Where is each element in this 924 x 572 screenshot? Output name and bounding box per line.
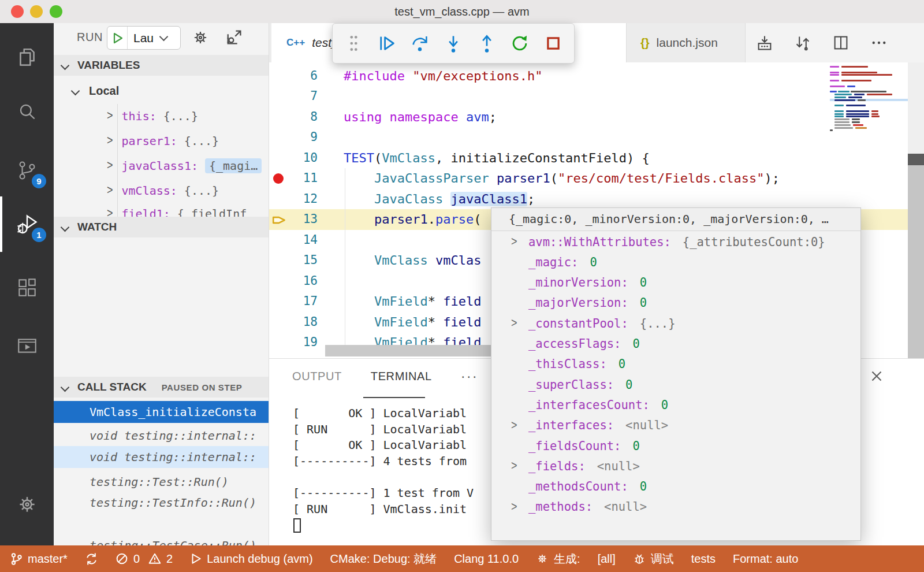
sidebar-item-search[interactable]: [0, 87, 54, 138]
cmake-debug-item[interactable]: 调试: [633, 551, 674, 567]
vscode-window: test_vm_class.cpp — avm 9: [0, 0, 924, 572]
minimap-segment: [834, 124, 851, 126]
popup-variable-name: _fields:: [528, 459, 586, 473]
variables-section-header[interactable]: VARIABLES: [54, 55, 269, 76]
popup-variable-row[interactable]: _fieldsCount:0: [491, 436, 860, 456]
popup-variable-row[interactable]: _superClass:0: [491, 374, 860, 395]
popup-variable-row[interactable]: _accessFlags:0: [491, 334, 860, 354]
sync-changes-item[interactable]: [85, 552, 98, 566]
launch-config-name[interactable]: Lau: [133, 31, 154, 45]
continue-button[interactable]: [375, 31, 398, 56]
popup-variable-row[interactable]: _majorVersion:0: [491, 293, 860, 313]
code-line[interactable]: VmField* field: [344, 291, 481, 312]
start-debug-button[interactable]: [107, 27, 128, 49]
format-item[interactable]: Format: auto: [733, 552, 798, 566]
run-below-button[interactable]: [755, 33, 774, 53]
tests-item[interactable]: tests: [691, 552, 716, 566]
sidebar-item-test-panel[interactable]: [0, 320, 54, 371]
variable-row[interactable]: >javaClass1:{_magi…: [54, 155, 269, 176]
horizontal-scrollbar-handle[interactable]: [325, 345, 493, 356]
popup-variable-row[interactable]: >_fields:<null>: [491, 456, 860, 476]
code-line[interactable]: VmClass vmClas: [344, 250, 481, 271]
popup-variable-row[interactable]: >_interfaces:<null>: [491, 415, 860, 436]
sidebar-item-run-debug[interactable]: 1: [0, 199, 54, 250]
code-line[interactable]: parser1.parse(: [344, 209, 481, 230]
launch-debug-item[interactable]: Launch debug (avm): [190, 552, 312, 566]
stack-frame[interactable]: VmClass_initializeConsta: [54, 401, 269, 423]
popup-variable-row[interactable]: _interfacesCount:0: [491, 395, 860, 415]
compare-changes-button[interactable]: [793, 33, 813, 53]
code-line[interactable]: VmField* field: [344, 312, 481, 333]
step-over-button[interactable]: [408, 31, 431, 56]
tab-launch-json[interactable]: {} launch.json: [627, 23, 746, 62]
play-icon: [190, 552, 202, 565]
launch-config-control[interactable]: Lau: [107, 26, 181, 50]
watch-section-header[interactable]: WATCH: [54, 217, 269, 237]
step-out-icon: [478, 34, 496, 53]
stack-frame[interactable]: testing::Test::Run(): [54, 471, 269, 493]
manage-button[interactable]: [0, 479, 54, 530]
popup-variable-row[interactable]: _minorVersion:0: [491, 273, 860, 293]
chevron-right-icon: >: [107, 158, 113, 173]
popup-variable-row[interactable]: _magic:0: [491, 252, 860, 272]
problems-item[interactable]: 0 2: [116, 552, 173, 566]
vertical-scrollbar-handle[interactable]: [908, 165, 924, 358]
code-line[interactable]: #include "vm/exceptions.h": [344, 66, 542, 87]
code-token: field: [443, 294, 481, 309]
cmake-status-item[interactable]: CMake: Debug: 就绪: [330, 551, 437, 567]
restart-button[interactable]: [508, 31, 531, 56]
git-branch-item[interactable]: master*: [10, 552, 68, 566]
minimap-segment: [851, 91, 886, 92]
compiler-item[interactable]: Clang 11.0.0: [454, 552, 519, 566]
popup-variable-row[interactable]: _thisClass:0: [491, 354, 860, 374]
code-line[interactable]: JavaClassParser parser1("res/com/test/Fi…: [344, 168, 780, 189]
maximize-window-button[interactable]: [50, 5, 62, 18]
popup-variable-row[interactable]: >_methods:<null>: [491, 497, 860, 517]
branch-icon: [10, 552, 23, 566]
minimize-window-button[interactable]: [30, 5, 43, 18]
stack-frame[interactable]: testing::TestInfo::Run(): [54, 492, 269, 514]
stack-frame-label: void testing::internal::: [90, 429, 256, 443]
variable-row[interactable]: >this:{...}: [54, 105, 269, 127]
tab-output[interactable]: OUTPUT: [292, 370, 342, 383]
stack-frame-label: testing::TestInfo::Run(): [90, 496, 256, 510]
tab-terminal[interactable]: TERMINAL: [371, 370, 432, 383]
popup-variable-row[interactable]: >avm::WithAttributes:{_attributesCount:0…: [491, 232, 860, 252]
sidebar-item-source-control[interactable]: 9: [0, 145, 54, 196]
popup-variable-row[interactable]: _methodsCount:0: [491, 477, 860, 497]
step-out-button[interactable]: [475, 31, 498, 56]
minimap[interactable]: [830, 65, 908, 132]
stack-frame[interactable]: testing::TestCase::Run(): [54, 534, 269, 545]
variable-row[interactable]: >parser1:{...}: [54, 130, 269, 151]
code-line[interactable]: JavaClass javaClass1;: [344, 189, 535, 210]
chevron-right-icon: >: [511, 459, 517, 474]
popup-variable-value: 0: [661, 398, 668, 412]
open-debug-console-button[interactable]: [225, 28, 243, 49]
variables-scope-local[interactable]: Local: [54, 80, 269, 102]
cmake-build-item[interactable]: 生成:: [536, 551, 580, 567]
split-editor-button[interactable]: [831, 33, 851, 53]
stop-button[interactable]: [542, 31, 565, 56]
code-line[interactable]: TEST(VmClass, initializeConstantField) {: [344, 148, 650, 169]
breakpoint-icon[interactable]: [273, 173, 284, 184]
sidebar-item-extensions[interactable]: [0, 262, 54, 313]
toolbar-drag-handle[interactable]: [342, 31, 365, 56]
sidebar-item-explorer[interactable]: [0, 32, 54, 83]
step-into-button[interactable]: [442, 31, 465, 56]
close-panel-button[interactable]: [869, 368, 885, 387]
code-line[interactable]: using namespace avm;: [344, 107, 497, 128]
code-token: #include: [344, 69, 405, 83]
popup-variable-name: _accessFlags:: [528, 337, 621, 351]
stack-frame[interactable]: void testing::internal::: [54, 446, 269, 468]
gear-icon: [16, 493, 39, 516]
close-window-button[interactable]: [11, 5, 24, 18]
stack-frame[interactable]: void testing::internal::: [54, 425, 269, 447]
more-actions-button[interactable]: [869, 33, 889, 53]
call-stack-section-header[interactable]: CALL STACK PAUSED ON STEP: [54, 377, 269, 398]
chevron-right-icon: >: [107, 133, 113, 148]
build-target-item[interactable]: [all]: [598, 552, 616, 566]
open-launch-json-button[interactable]: [191, 28, 210, 49]
popup-variable-row[interactable]: >_constantPool:{...}: [491, 313, 860, 333]
variable-row[interactable]: >vmClass:{...}: [54, 180, 269, 201]
panel-more-button[interactable]: ···: [461, 368, 478, 384]
